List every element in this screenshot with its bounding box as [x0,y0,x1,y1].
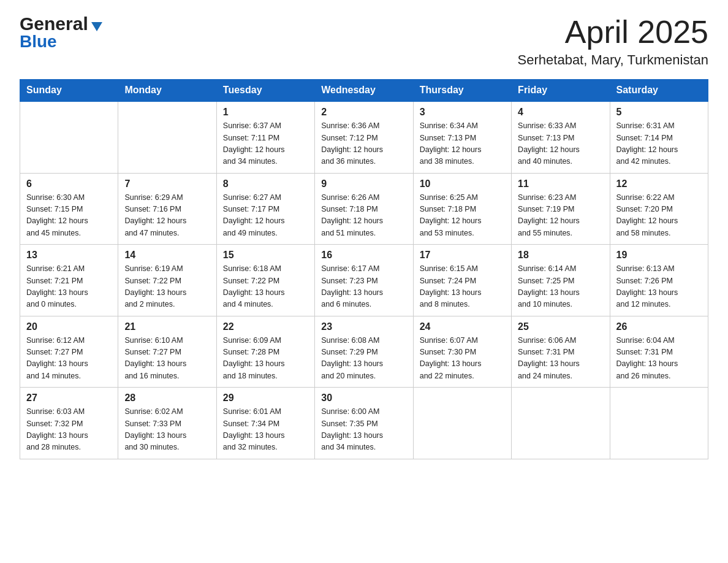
calendar-table: Sunday Monday Tuesday Wednesday Thursday… [20,79,708,459]
day-number: 23 [321,321,406,332]
day-number: 11 [518,178,603,190]
day-number: 27 [26,393,112,404]
table-row: 22Sunrise: 6:09 AMSunset: 7:28 PMDayligh… [216,316,314,388]
day-info: Sunrise: 6:13 AMSunset: 7:26 PMDaylight:… [616,263,702,311]
day-number: 16 [321,250,406,261]
day-number: 4 [518,107,603,118]
day-info: Sunrise: 6:01 AMSunset: 7:34 PMDaylight:… [223,406,308,454]
calendar-week-row: 6Sunrise: 6:30 AMSunset: 7:15 PMDaylight… [20,173,708,245]
day-info: Sunrise: 6:33 AMSunset: 7:13 PMDaylight:… [518,120,603,168]
day-info: Sunrise: 6:36 AMSunset: 7:12 PMDaylight:… [321,120,406,168]
day-info: Sunrise: 6:08 AMSunset: 7:29 PMDaylight:… [321,335,406,383]
calendar-title: April 2025 [518,15,708,50]
table-row [118,101,216,173]
day-info: Sunrise: 6:03 AMSunset: 7:32 PMDaylight:… [26,406,112,454]
col-friday: Friday [512,80,610,102]
day-number: 10 [420,178,505,190]
table-row: 9Sunrise: 6:26 AMSunset: 7:18 PMDaylight… [315,173,413,245]
table-row: 5Sunrise: 6:31 AMSunset: 7:14 PMDaylight… [610,101,708,173]
day-info: Sunrise: 6:18 AMSunset: 7:22 PMDaylight:… [223,263,308,311]
table-row: 16Sunrise: 6:17 AMSunset: 7:23 PMDayligh… [315,245,413,316]
day-info: Sunrise: 6:29 AMSunset: 7:16 PMDaylight:… [124,192,210,240]
page-header: General Blue April 2025 Serhetabat, Mary… [20,15,708,68]
table-row: 4Sunrise: 6:33 AMSunset: 7:13 PMDaylight… [512,101,610,173]
table-row: 18Sunrise: 6:14 AMSunset: 7:25 PMDayligh… [512,245,610,316]
col-monday: Monday [118,80,216,102]
day-number: 26 [616,321,702,332]
day-number: 21 [124,321,210,332]
day-number: 25 [518,321,603,332]
logo-general-text: General [20,15,88,33]
day-number: 9 [321,178,406,190]
table-row: 8Sunrise: 6:27 AMSunset: 7:17 PMDaylight… [216,173,314,245]
day-number: 18 [518,250,603,261]
calendar-week-row: 13Sunrise: 6:21 AMSunset: 7:21 PMDayligh… [20,245,708,316]
table-row: 25Sunrise: 6:06 AMSunset: 7:31 PMDayligh… [512,316,610,388]
calendar-header-row: Sunday Monday Tuesday Wednesday Thursday… [20,80,708,102]
day-info: Sunrise: 6:21 AMSunset: 7:21 PMDaylight:… [26,263,112,311]
day-info: Sunrise: 6:25 AMSunset: 7:18 PMDaylight:… [420,192,505,240]
day-info: Sunrise: 6:06 AMSunset: 7:31 PMDaylight:… [518,335,603,383]
table-row: 17Sunrise: 6:15 AMSunset: 7:24 PMDayligh… [413,245,511,316]
table-row [413,388,511,459]
day-number: 5 [616,107,702,118]
day-number: 7 [124,178,210,190]
day-info: Sunrise: 6:17 AMSunset: 7:23 PMDaylight:… [321,263,406,311]
day-number: 6 [26,178,112,190]
table-row: 10Sunrise: 6:25 AMSunset: 7:18 PMDayligh… [413,173,511,245]
day-info: Sunrise: 6:30 AMSunset: 7:15 PMDaylight:… [26,192,112,240]
table-row: 14Sunrise: 6:19 AMSunset: 7:22 PMDayligh… [118,245,216,316]
day-info: Sunrise: 6:22 AMSunset: 7:20 PMDaylight:… [616,192,702,240]
day-number: 20 [26,321,112,332]
day-info: Sunrise: 6:04 AMSunset: 7:31 PMDaylight:… [616,335,702,383]
day-number: 28 [124,393,210,404]
logo: General Blue [20,15,102,50]
day-number: 14 [124,250,210,261]
logo-arrow-icon [91,22,102,31]
day-info: Sunrise: 6:15 AMSunset: 7:24 PMDaylight:… [420,263,505,311]
day-info: Sunrise: 6:37 AMSunset: 7:11 PMDaylight:… [223,120,308,168]
day-info: Sunrise: 6:34 AMSunset: 7:13 PMDaylight:… [420,120,505,168]
day-info: Sunrise: 6:00 AMSunset: 7:35 PMDaylight:… [321,406,406,454]
day-info: Sunrise: 6:02 AMSunset: 7:33 PMDaylight:… [124,406,210,454]
day-info: Sunrise: 6:19 AMSunset: 7:22 PMDaylight:… [124,263,210,311]
col-thursday: Thursday [413,80,511,102]
day-number: 12 [616,178,702,190]
calendar-week-row: 20Sunrise: 6:12 AMSunset: 7:27 PMDayligh… [20,316,708,388]
day-number: 13 [26,250,112,261]
day-number: 22 [223,321,308,332]
table-row: 7Sunrise: 6:29 AMSunset: 7:16 PMDaylight… [118,173,216,245]
logo-blue-text: Blue [20,33,57,50]
col-saturday: Saturday [610,80,708,102]
table-row: 26Sunrise: 6:04 AMSunset: 7:31 PMDayligh… [610,316,708,388]
calendar-week-row: 1Sunrise: 6:37 AMSunset: 7:11 PMDaylight… [20,101,708,173]
table-row: 15Sunrise: 6:18 AMSunset: 7:22 PMDayligh… [216,245,314,316]
day-number: 29 [223,393,308,404]
logo-line1: General [20,15,102,33]
day-info: Sunrise: 6:26 AMSunset: 7:18 PMDaylight:… [321,192,406,240]
day-info: Sunrise: 6:14 AMSunset: 7:25 PMDaylight:… [518,263,603,311]
day-number: 17 [420,250,505,261]
calendar-week-row: 27Sunrise: 6:03 AMSunset: 7:32 PMDayligh… [20,388,708,459]
table-row [20,101,118,173]
table-row: 1Sunrise: 6:37 AMSunset: 7:11 PMDaylight… [216,101,314,173]
table-row: 29Sunrise: 6:01 AMSunset: 7:34 PMDayligh… [216,388,314,459]
day-number: 24 [420,321,505,332]
calendar-subtitle: Serhetabat, Mary, Turkmenistan [518,52,708,68]
day-number: 1 [223,107,308,118]
table-row: 19Sunrise: 6:13 AMSunset: 7:26 PMDayligh… [610,245,708,316]
col-sunday: Sunday [20,80,118,102]
day-number: 19 [616,250,702,261]
day-info: Sunrise: 6:09 AMSunset: 7:28 PMDaylight:… [223,335,308,383]
day-number: 3 [420,107,505,118]
table-row: 28Sunrise: 6:02 AMSunset: 7:33 PMDayligh… [118,388,216,459]
table-row: 27Sunrise: 6:03 AMSunset: 7:32 PMDayligh… [20,388,118,459]
day-info: Sunrise: 6:31 AMSunset: 7:14 PMDaylight:… [616,120,702,168]
day-info: Sunrise: 6:12 AMSunset: 7:27 PMDaylight:… [26,335,112,383]
table-row [610,388,708,459]
table-row: 12Sunrise: 6:22 AMSunset: 7:20 PMDayligh… [610,173,708,245]
table-row: 23Sunrise: 6:08 AMSunset: 7:29 PMDayligh… [315,316,413,388]
table-row: 20Sunrise: 6:12 AMSunset: 7:27 PMDayligh… [20,316,118,388]
table-row: 13Sunrise: 6:21 AMSunset: 7:21 PMDayligh… [20,245,118,316]
title-block: April 2025 Serhetabat, Mary, Turkmenista… [518,15,708,68]
